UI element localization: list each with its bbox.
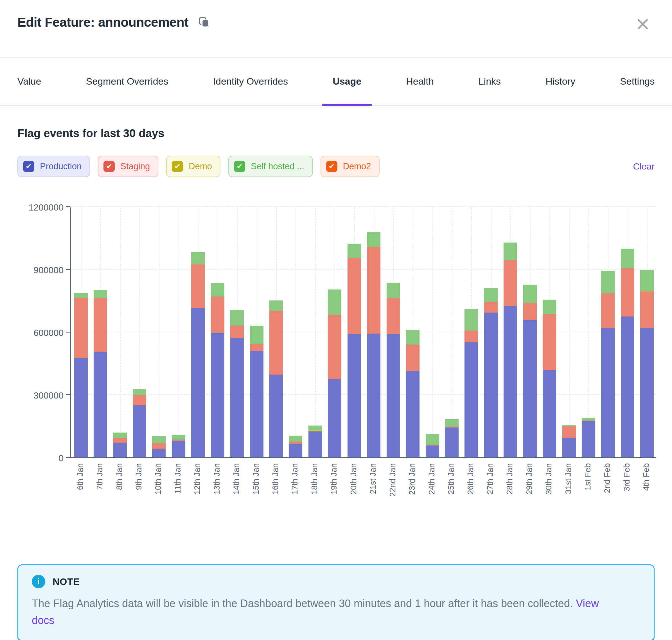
bar-segment-self-hosted: [74, 293, 88, 298]
legend-toggle-staging[interactable]: ✔Staging: [98, 156, 158, 177]
checkbox-checked-icon: ✔: [172, 161, 183, 172]
bar-segment-staging: [484, 302, 498, 312]
edit-feature-modal: Edit Feature: announcement ValueSegment …: [0, 0, 672, 640]
bar-segment-production: [74, 358, 88, 457]
bar-group-8th-jan: [110, 207, 130, 457]
x-tick-label: 6th Jan: [76, 463, 85, 490]
y-tick-label: 900000: [9, 265, 63, 275]
bar-group-2nd-feb: [598, 207, 618, 457]
bar-group-3rd-feb: [618, 207, 637, 457]
bar-segment-self-hosted: [347, 244, 361, 258]
stacked-bar: [309, 425, 322, 457]
bar-segment-production: [269, 375, 283, 457]
tab-health[interactable]: Health: [406, 58, 433, 105]
x-tick-label: 28th Jan: [505, 463, 514, 494]
legend-toggle-production[interactable]: ✔Production: [17, 156, 90, 177]
bar-segment-self-hosted: [426, 434, 439, 445]
stacked-bar: [504, 243, 517, 457]
stacked-bar: [113, 433, 127, 457]
bar-segment-self-hosted: [133, 389, 146, 395]
bar-segment-self-hosted: [601, 271, 615, 293]
bar-segment-self-hosted: [464, 309, 478, 331]
bar-group-6th-jan: [71, 207, 90, 457]
bar-segment-self-hosted: [211, 283, 224, 296]
copy-icon[interactable]: [199, 17, 210, 28]
close-icon[interactable]: [635, 17, 650, 31]
x-tick-label: 3rd Feb: [622, 463, 631, 491]
bar-segment-self-hosted: [113, 433, 127, 438]
checkbox-checked-icon: ✔: [234, 161, 245, 172]
tabs: ValueSegment OverridesIdentity Overrides…: [0, 58, 672, 106]
stacked-bar: [445, 419, 459, 457]
stacked-bar: [582, 418, 595, 457]
bar-segment-staging: [562, 426, 576, 438]
bar-segment-production: [621, 317, 634, 457]
bar-segment-production: [309, 432, 322, 457]
bar-group-4th-feb: [638, 207, 657, 457]
bar-group-26th-jan: [462, 207, 481, 457]
x-tick-label: 14th Jan: [232, 463, 241, 494]
x-tick-label: 9th Jan: [134, 463, 143, 490]
stacked-bar: [367, 232, 381, 457]
x-tick-label: 29th Jan: [525, 463, 534, 494]
bar-group-20th-jan: [344, 207, 364, 457]
tab-settings[interactable]: Settings: [620, 58, 655, 105]
x-tick-label: 2nd Feb: [603, 463, 612, 493]
bar-segment-staging: [601, 293, 615, 328]
legend-toggle-demo2[interactable]: ✔Demo2: [320, 156, 380, 177]
bar-segment-staging: [269, 311, 283, 375]
bar-group-29th-jan: [520, 207, 540, 457]
x-tick-label: 16th Jan: [271, 463, 280, 494]
bar-segment-staging: [133, 395, 146, 405]
modal-title: Edit Feature: announcement: [17, 15, 188, 30]
bar-segment-staging: [250, 344, 263, 351]
bar-segment-staging: [152, 443, 166, 449]
tab-identity-overrides[interactable]: Identity Overrides: [213, 58, 288, 105]
bar-segment-self-hosted: [406, 330, 419, 344]
bar-group-15th-jan: [247, 207, 266, 457]
bar-segment-production: [640, 328, 654, 457]
note-body: The Flag Analytics data will be visible …: [32, 595, 605, 629]
bar-segment-production: [562, 438, 576, 457]
bar-segment-self-hosted: [269, 301, 283, 311]
y-tick-label: 300000: [9, 390, 63, 401]
bar-group-12th-jan: [188, 207, 208, 457]
legend-label: Production: [40, 161, 82, 172]
bar-segment-production: [172, 441, 185, 457]
info-icon: i: [32, 575, 45, 588]
x-tick-label: 15th Jan: [252, 463, 261, 494]
bar-segment-production: [504, 306, 517, 457]
bar-segment-self-hosted: [289, 436, 302, 441]
modal-header: Edit Feature: announcement: [0, 0, 672, 58]
stacked-bar: [347, 244, 361, 457]
legend-toggle-demo[interactable]: ✔Demo: [166, 156, 220, 177]
bar-group-21st-jan: [364, 207, 384, 457]
stacked-bar: [523, 285, 537, 457]
gridline-v: [432, 207, 433, 457]
bar-segment-staging: [328, 315, 341, 379]
bar-segment-production: [250, 351, 263, 457]
bar-segment-self-hosted: [94, 290, 107, 298]
clear-filters-link[interactable]: Clear: [633, 161, 655, 172]
y-tick-label: 600000: [9, 328, 63, 338]
stacked-bar: [250, 326, 263, 457]
stacked-bar: [640, 270, 654, 457]
stacked-bar: [387, 283, 400, 457]
tab-usage[interactable]: Usage: [333, 58, 361, 105]
stacked-bar: [621, 249, 634, 457]
bar-segment-staging: [113, 438, 127, 443]
legend-toggle-self-hosted[interactable]: ✔Self hosted ...: [228, 156, 313, 177]
tab-history[interactable]: History: [545, 58, 575, 105]
x-tick-label: 10th Jan: [154, 463, 163, 494]
bar-segment-production: [347, 334, 361, 457]
legend-label: Demo: [189, 161, 212, 172]
gridline-v: [159, 207, 159, 457]
tab-segment-overrides[interactable]: Segment Overrides: [86, 58, 168, 105]
x-axis-labels: 6th Jan7th Jan8th Jan9th Jan10th Jan11th…: [70, 463, 656, 520]
bar-segment-staging: [387, 298, 400, 334]
tab-links[interactable]: Links: [478, 58, 501, 105]
stacked-bar: [289, 436, 302, 457]
flag-events-chart: [70, 207, 656, 458]
bar-segment-production: [484, 312, 498, 457]
tab-value[interactable]: Value: [17, 58, 41, 105]
